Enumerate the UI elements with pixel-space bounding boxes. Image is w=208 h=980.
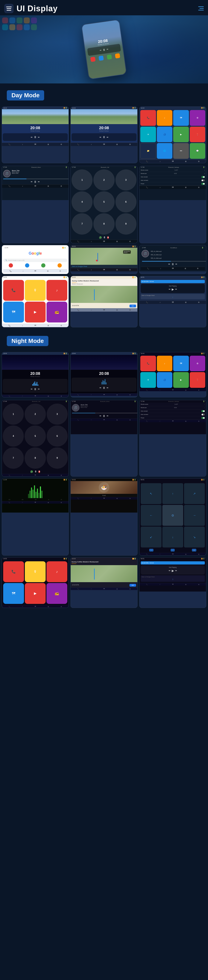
night-play-1[interactable]: ⏸ — [34, 387, 37, 391]
night-app-settings[interactable]: ⚙ — [190, 356, 205, 371]
cp-phone[interactable]: 📞 — [3, 280, 24, 301]
bnav-map-music[interactable]: ♪ — [91, 269, 92, 271]
night-go-button[interactable]: GO — [129, 584, 136, 587]
night-prev-2[interactable]: ⏮ — [99, 387, 101, 389]
bnav-call-apps[interactable]: ⊞ — [116, 240, 118, 242]
bnav-ncf-apps[interactable]: ⊞ — [117, 588, 118, 590]
bnav-cof-dial[interactable]: 📞 — [77, 309, 79, 311]
bnav-dial-1[interactable]: 📞 — [8, 143, 11, 145]
bnav-cof-map[interactable]: 🗺 — [103, 309, 105, 311]
bookmark-2[interactable] — [19, 263, 35, 267]
app-icon-whatsapp[interactable]: 💬 — [190, 143, 205, 159]
cp-podcast2[interactable]: 📻 — [46, 302, 67, 323]
bnav-nvz-music[interactable]: ♪ — [22, 502, 23, 503]
track-item-2[interactable]: 华乐_02_REE.mp3 — [151, 253, 162, 257]
app-icon-nav[interactable]: 🗺 — [173, 110, 189, 126]
bnav-nvz-dial[interactable]: 📞 — [9, 502, 10, 503]
bnav-map-apps[interactable]: ⊞ — [116, 269, 118, 271]
bnav-apps-3[interactable]: ⊞ — [185, 161, 187, 162]
auto-answer-toggle[interactable] — [202, 176, 205, 178]
app-icon-telegram[interactable]: ✈ — [140, 127, 156, 142]
night-next-1[interactable]: ⏭ — [38, 388, 40, 390]
bnav-nbm-dial[interactable]: 📞 — [77, 419, 79, 421]
np-prev[interactable]: ⏮ — [169, 288, 170, 290]
dir-up[interactable]: ↑ — [162, 483, 183, 504]
night-app-bt[interactable]: 🔵 — [157, 372, 173, 388]
bnav-ncf-set[interactable]: ⚙ — [129, 588, 131, 590]
bnav-soc-music[interactable]: ♪ — [160, 267, 161, 269]
bnav-dial-2[interactable]: 📞 — [77, 143, 79, 145]
app-icon-bt[interactable]: 🔵 — [157, 127, 173, 142]
dial-4[interactable]: 4 — [71, 191, 93, 212]
play-btn[interactable]: ⏸ — [102, 48, 106, 52]
bnav-na-set[interactable]: ⚙ — [198, 389, 199, 391]
bnav-nf-apps[interactable]: ⊞ — [117, 498, 118, 499]
dir-right[interactable]: → — [184, 505, 205, 526]
bnav-call-map[interactable]: 🗺 — [103, 240, 105, 242]
bnav-nbc-dial[interactable]: 📞 — [9, 474, 10, 476]
night-app-waze[interactable]: 📍 — [190, 372, 205, 388]
nnp-next[interactable]: ⏭ — [175, 570, 177, 571]
bnav-set-apps[interactable]: ⊞ — [185, 186, 187, 188]
bnav-n2-music[interactable]: ♪ — [91, 394, 91, 395]
nnp-prev[interactable]: ⏮ — [169, 570, 170, 571]
dial-3[interactable]: 3 — [115, 169, 137, 191]
bnav-bt-map[interactable]: 🗺 — [35, 185, 36, 187]
bnav-g-dial[interactable]: 📞 — [9, 270, 12, 272]
next-2[interactable]: ⏭ — [107, 136, 109, 138]
prev-2[interactable]: ⏮ — [99, 136, 101, 138]
bnav-ncf-music[interactable]: ♪ — [91, 588, 91, 589]
bnav-ncp-set[interactable]: ⚙ — [61, 606, 62, 607]
bnav-nbs-set[interactable]: ⚙ — [198, 420, 199, 422]
bnav-nnp-map[interactable]: 🗺 — [172, 584, 173, 585]
night-dial-7[interactable]: 7 — [3, 447, 24, 468]
hamburger-nav-icon[interactable] — [197, 6, 204, 11]
bnav-apps-1[interactable]: ⊞ — [47, 143, 49, 145]
bnav-n1-dial[interactable]: 📞 — [9, 395, 10, 397]
bnav-nbm-set[interactable]: ⚙ — [129, 419, 131, 421]
auto-connect-toggle[interactable] — [202, 180, 205, 181]
night-cp-music[interactable]: ♪ — [46, 561, 67, 582]
bnav-map-3[interactable]: 🗺 — [172, 161, 173, 162]
bnav-map-map[interactable]: 🗺 — [103, 269, 105, 271]
bnav-dial-3[interactable]: 📞 — [146, 161, 148, 162]
night-call-btn[interactable]: 📞 — [30, 471, 33, 473]
prev-btn[interactable]: ⏮ — [99, 49, 101, 51]
bnav-na-map[interactable]: 🗺 — [172, 389, 173, 391]
bnav-music-2[interactable]: ♪ — [91, 143, 92, 145]
bnav-bt-set[interactable]: ⚙ — [60, 185, 62, 187]
dial-6[interactable]: 6 — [115, 191, 137, 212]
night-hangup-btn[interactable]: ✕ — [38, 471, 40, 473]
bnav-set-2[interactable]: ⚙ — [129, 143, 131, 145]
dial-1[interactable]: 1 — [71, 169, 93, 191]
bnav-call-set[interactable]: ⚙ — [129, 240, 131, 242]
bnav-set-dial[interactable]: 📞 — [146, 186, 148, 188]
bnav-n1-set[interactable]: ⚙ — [61, 395, 62, 397]
bnav-np-map[interactable]: 🗺 — [172, 301, 173, 303]
menu-icon[interactable] — [4, 4, 14, 13]
app-icon-more[interactable]: ••• — [173, 143, 189, 159]
bt-play[interactable]: ⏸ — [34, 180, 37, 183]
night-cp-podcast[interactable]: 🎙 — [25, 561, 46, 582]
bnav-nna-map[interactable]: 🗺 — [172, 554, 173, 555]
bnav-np-apps[interactable]: ⊞ — [185, 301, 187, 303]
bnav-na-apps[interactable]: ⊞ — [185, 389, 186, 391]
night-app-phone[interactable]: 📞 — [140, 356, 156, 371]
bnav-nnp-dial[interactable]: 📞 — [146, 584, 148, 585]
bnav-nbs-music[interactable]: ♪ — [160, 420, 160, 422]
bnav-nbc-apps[interactable]: ⊞ — [48, 474, 49, 476]
bnav-map-1[interactable]: 🗺 — [35, 143, 36, 145]
app-icon-maps[interactable]: 🌐 — [157, 143, 173, 159]
bnav-n2-apps[interactable]: ⊞ — [117, 394, 118, 396]
bnav-cp-music[interactable]: ♪ — [22, 325, 23, 326]
bnav-np-music[interactable]: ♪ — [160, 301, 161, 303]
bnav-nna-apps[interactable]: ⊞ — [185, 554, 186, 555]
dir-up-right[interactable]: ↗ — [184, 483, 205, 504]
app-icon-waze[interactable]: 📍 — [190, 127, 205, 142]
bnav-music-1[interactable]: ♪ — [22, 143, 23, 145]
app-icon-music[interactable]: ♪ — [157, 110, 173, 126]
night-cp-maps[interactable]: 🗺 — [3, 583, 24, 604]
app-icon-files[interactable]: 📁 — [140, 143, 156, 159]
bnav-nnp-apps[interactable]: ⊞ — [185, 584, 186, 585]
dial-2[interactable]: 2 — [93, 169, 114, 191]
